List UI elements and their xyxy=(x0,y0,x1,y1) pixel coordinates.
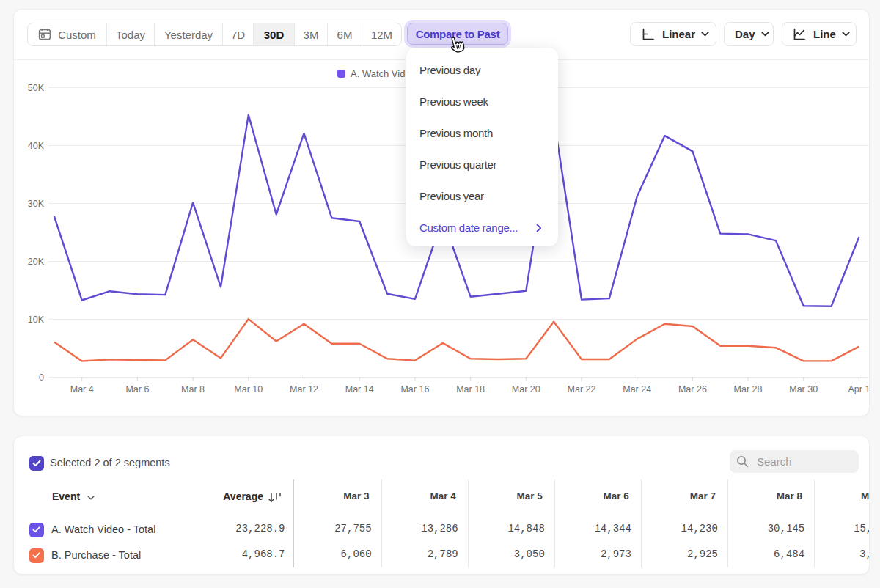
svg-text:Mar 6: Mar 6 xyxy=(125,384,149,394)
svg-text:Mar 20: Mar 20 xyxy=(512,384,540,394)
svg-text:Mar 22: Mar 22 xyxy=(568,384,596,394)
svg-text:Mar 10: Mar 10 xyxy=(234,384,263,394)
svg-text:Mar 30: Mar 30 xyxy=(789,384,818,394)
svg-text:40K: 40K xyxy=(28,141,45,151)
svg-text:10K: 10K xyxy=(28,315,45,325)
svg-text:Apr 1: Apr 1 xyxy=(848,384,870,394)
svg-text:Mar 24: Mar 24 xyxy=(623,384,651,394)
svg-text:Mar 8: Mar 8 xyxy=(181,384,205,394)
svg-text:0: 0 xyxy=(39,372,44,383)
svg-text:30K: 30K xyxy=(28,199,45,209)
svg-text:Mar 16: Mar 16 xyxy=(400,384,429,394)
svg-text:Mar 26: Mar 26 xyxy=(678,384,707,394)
svg-text:Mar 14: Mar 14 xyxy=(345,384,374,394)
svg-text:50K: 50K xyxy=(28,83,45,93)
svg-text:Mar 4: Mar 4 xyxy=(70,384,94,394)
svg-text:Mar 12: Mar 12 xyxy=(290,384,318,394)
svg-text:Mar 18: Mar 18 xyxy=(456,384,485,394)
svg-text:Mar 28: Mar 28 xyxy=(734,384,763,394)
svg-text:20K: 20K xyxy=(28,257,45,267)
